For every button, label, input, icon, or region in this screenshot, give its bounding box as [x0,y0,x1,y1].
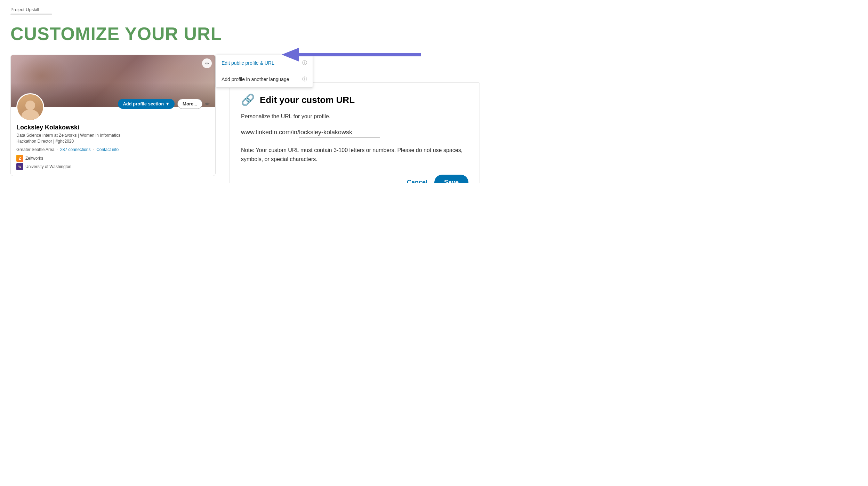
profile-info-section: Add profile section ▼ More... ✏ Locksley… [11,93,215,176]
url-input-row: www.linkedin.com/in/ [241,128,468,137]
profile-edit-icon[interactable]: ✏ [205,101,210,107]
add-profile-section-button[interactable]: Add profile section ▼ [118,99,175,109]
info-icon-1: ⓘ [302,60,307,66]
edit-url-header: 🔗 Edit your custom URL [241,93,468,106]
info-icon-2: ⓘ [302,76,307,82]
add-profile-section-label: Add profile section [123,101,164,106]
save-button[interactable]: Save [434,175,468,183]
link-icon: 🔗 [241,93,255,106]
profile-location: Greater Seattle Area · 287 connections ·… [16,147,210,152]
zeitworks-label: Zeitworks [25,156,43,161]
profile-companies: Z Zeitworks W University of Washington [16,155,210,170]
profile-headline: Data Science Intern at Zeitworks | Women… [16,133,210,144]
uw-label: University of Washington [25,164,71,169]
zeitworks-logo: Z [16,155,23,162]
edit-url-panel: 🔗 Edit your custom URL Personalize the U… [230,82,480,183]
profile-name: Locksley Kolakowski [16,124,210,131]
company-item-uw: W University of Washington [16,163,210,170]
pencil-icon: ✏ [205,61,209,66]
url-note: Note: Your custom URL must contain 3-100… [241,146,468,164]
more-button[interactable]: More... [177,99,202,109]
edit-url-actions: Cancel Save [241,175,468,183]
connections-link[interactable]: 287 connections [60,147,90,152]
contact-info-link[interactable]: Contact info [96,147,119,152]
banner-edit-button[interactable]: ✏ [202,58,212,68]
profile-dropdown-panel: Edit public profile & URL ⓘ Add profile … [216,55,313,88]
edit-public-profile-label: Edit public profile & URL [222,60,274,66]
company-item-zeitworks: Z Zeitworks [16,155,210,162]
edit-url-title: Edit your custom URL [260,95,355,105]
add-profile-language-item[interactable]: Add profile in another language ⓘ [216,71,313,87]
avatar [16,93,44,121]
progress-bar [10,14,52,15]
edit-public-profile-item[interactable]: Edit public profile & URL ⓘ [216,55,313,71]
uw-logo: W [16,163,23,170]
profile-card: ✏ Add profile section ▼ More... ✏ Locksl… [10,55,216,176]
url-custom-input[interactable] [299,128,380,137]
add-profile-language-label: Add profile in another language [222,77,289,82]
dropdown-arrow-icon: ▼ [165,101,170,106]
edit-url-subtitle: Personalize the URL for your profile. [241,113,468,120]
url-prefix: www.linkedin.com/in/ [241,129,299,136]
profile-actions: Add profile section ▼ More... ✏ [118,99,210,109]
cancel-button[interactable]: Cancel [407,179,427,183]
page-title: CUSTOMIZE YOUR URL [10,23,858,44]
project-label: Project Upskill [10,7,858,12]
